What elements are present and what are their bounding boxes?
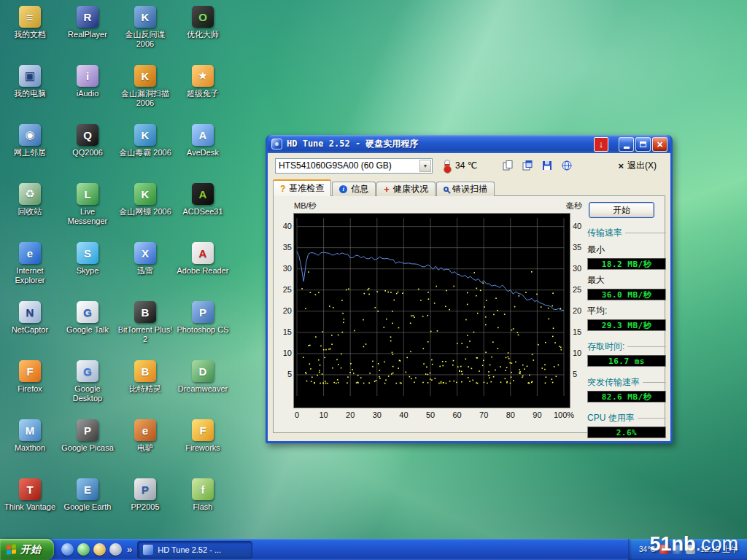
web-upload-button[interactable] (558, 158, 576, 174)
desktop-icon[interactable]: K金山反间谍 2006 (117, 6, 174, 48)
desktop-icon[interactable]: iiAudio (59, 65, 116, 98)
desktop-icon[interactable]: K金山漏洞扫描 2006 (117, 65, 174, 107)
desktop-icon[interactable]: ★超级兔子 (174, 65, 231, 98)
app-icon: A (192, 242, 214, 264)
minimize-button[interactable] (619, 137, 634, 152)
x-axis-tick: 90 (525, 411, 549, 419)
desktop-icon[interactable]: AAdobe Reader (174, 242, 231, 276)
start-label: 开始 (20, 543, 41, 556)
tab-info[interactable]: i信息 (332, 182, 376, 196)
y-axis-right-label: 毫秒 (560, 201, 589, 211)
toolbar-icons (499, 158, 576, 174)
info-icon: i (339, 185, 347, 193)
quick-launch-browser-icon[interactable] (61, 543, 74, 556)
app-icon: O (192, 6, 214, 28)
desktop-icon[interactable]: SSkype (59, 242, 116, 276)
app-icon: L (77, 183, 98, 205)
desktop-icon[interactable]: e电驴 (117, 419, 174, 453)
taskbar-task-hdtune[interactable]: HD Tune 2.52 - ... (137, 541, 252, 559)
drop-target-button[interactable]: ↓ (594, 137, 608, 152)
app-icon: T (19, 478, 41, 500)
desktop-icon[interactable]: AAveDesk (174, 124, 231, 158)
icon-label: Flash (193, 502, 213, 512)
copy-icon (502, 160, 514, 171)
desktop-icon[interactable]: ≡我的文档 (1, 6, 58, 39)
close-button[interactable]: × (652, 137, 667, 152)
app-icon: ≡ (19, 6, 41, 28)
copy-text-button[interactable] (499, 158, 516, 174)
quick-launch-messenger-icon[interactable] (77, 543, 90, 556)
app-icon: K (134, 65, 156, 87)
desktop-icon[interactable]: AACDSee31 (174, 183, 231, 217)
maximize-button[interactable] (635, 137, 651, 152)
drive-select[interactable]: HTS541060G9SA00 (60 GB) ▼ (275, 158, 433, 174)
icon-label: 迅雷 (137, 266, 153, 276)
desktop-icon[interactable]: LLive Messenger (59, 183, 116, 225)
start-benchmark-button[interactable]: 开始 (589, 202, 654, 218)
desktop-icon[interactable]: FFirefox (1, 360, 58, 394)
desktop-icon[interactable]: GGoogle Talk (59, 301, 116, 335)
icon-label: NetCaptor (12, 325, 48, 335)
globe-icon (561, 160, 573, 171)
desktop-icon[interactable]: MMaxthon (1, 419, 58, 453)
chevron-down-icon: ▼ (423, 163, 428, 168)
desktop-icon[interactable]: FFireworks (174, 419, 231, 453)
hdtune-app-icon (271, 139, 282, 149)
desktop-icon[interactable]: K金山毒霸 2006 (117, 124, 174, 158)
dropdown-button[interactable]: ▼ (419, 160, 431, 172)
tab-scan[interactable]: 错误扫描 (436, 182, 495, 196)
icon-label: BitTorrent Plus! 2 (117, 325, 173, 343)
drive-select-value: HTS541060G9SA00 (60 GB) (279, 160, 392, 171)
copy-screenshot-button[interactable] (519, 158, 536, 174)
desktop-icon[interactable]: GGoogle Desktop (59, 360, 116, 402)
exit-x-icon: × (618, 160, 624, 171)
app-icon: ▣ (19, 65, 41, 87)
icon-label: Internet Explorer (2, 266, 58, 284)
hdtune-task-icon (143, 545, 153, 555)
quick-launch-mail-icon[interactable] (93, 543, 106, 556)
tab-label: 基准检查 (289, 182, 324, 195)
desktop-icon[interactable]: ◉网上邻居 (1, 124, 58, 158)
desktop-icon[interactable]: QQQ2006 (59, 124, 116, 158)
desktop-icon[interactable]: PGoogle Picasa (59, 419, 116, 453)
tab-health[interactable]: +健康状况 (376, 182, 436, 196)
desktop-icon[interactable]: TThink Vantage (1, 478, 58, 512)
stat-section-label: 突发传输速率 (587, 376, 666, 389)
desktop-icon[interactable]: B比特精灵 (117, 360, 174, 394)
y-axis-tick: 25 (573, 285, 595, 294)
desktop-icon[interactable]: DDreamweaver (174, 360, 231, 394)
app-icon: M (19, 419, 41, 441)
quick-launch-show-desktop-icon[interactable] (109, 543, 122, 556)
icon-label: iAudio (77, 89, 99, 98)
desktop-icon[interactable]: eInternet Explorer (1, 242, 58, 284)
y-axis-left-label: MB/秒 (294, 201, 317, 211)
desktop-icon[interactable]: ▣我的电脑 (1, 65, 58, 98)
window-controls: ↓ × (594, 137, 667, 152)
exit-button[interactable]: × 退出(X) (611, 158, 663, 174)
desktop-icon[interactable]: ♻回收站 (1, 183, 58, 217)
desktop-icon[interactable]: PPhotoshop CS (174, 301, 231, 335)
app-icon: X (134, 242, 156, 264)
quick-launch-overflow-chevron[interactable]: » (127, 544, 132, 555)
taskbar: 开始 » HD Tune 2.52 - ... 34℃ 12:10 上午 (0, 539, 747, 560)
tab-benchmark[interactable]: ?基准检查 (273, 179, 331, 196)
stat-value: 16.7 ms (587, 355, 666, 367)
desktop-icon[interactable]: fFlash (174, 478, 231, 512)
window-titlebar[interactable]: HD Tune 2.52 - 硬盘实用程序 ↓ × (268, 135, 670, 153)
icon-label: 金山漏洞扫描 2006 (117, 89, 173, 107)
x-axis-tick: 40 (391, 411, 416, 419)
app-icon: f (192, 478, 214, 500)
desktop-icon[interactable]: BBitTorrent Plus! 2 (117, 301, 174, 343)
benchmark-chart (294, 214, 570, 408)
desktop-icon[interactable]: O优化大师 (174, 6, 231, 39)
start-button[interactable]: 开始 (0, 539, 54, 560)
desktop-icon[interactable]: PPP2005 (117, 478, 174, 512)
desktop-icon[interactable]: RRealPlayer (59, 6, 116, 39)
desktop-icon[interactable]: X迅雷 (117, 242, 174, 276)
x-axis-tick: 10 (311, 411, 336, 419)
icon-label: Firefox (18, 384, 42, 394)
save-screenshot-button[interactable] (538, 158, 556, 174)
desktop-icon[interactable]: NNetCaptor (1, 301, 58, 335)
desktop-icon[interactable]: EGoogle Earth (59, 478, 116, 512)
desktop-icon[interactable]: K金山网镖 2006 (117, 183, 174, 217)
